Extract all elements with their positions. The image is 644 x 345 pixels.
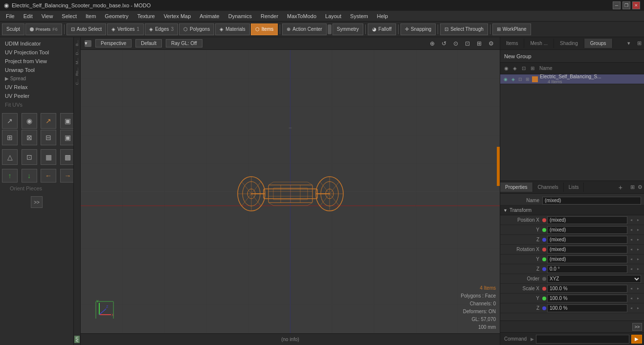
tab-shading[interactable]: Shading: [554, 39, 584, 48]
tool-icon-1[interactable]: ◉: [22, 113, 37, 129]
auto-select-button[interactable]: ⊡ Auto Select: [67, 23, 106, 35]
position-y-arrow-right[interactable]: ▸: [635, 228, 641, 232]
minimize-button[interactable]: ─: [613, 1, 621, 9]
scale-z-input[interactable]: [547, 304, 627, 312]
props-tab-properties[interactable]: Properties: [500, 183, 533, 192]
position-z-arrow-left[interactable]: ◂: [628, 237, 634, 242]
project-from-view-item[interactable]: Project from View: [2, 57, 71, 66]
viewport-icon-expand[interactable]: ⊞: [474, 39, 484, 48]
menu-render[interactable]: Render: [257, 12, 282, 20]
menu-help[interactable]: Help: [373, 12, 392, 20]
rotation-x-arrow-left[interactable]: ◂: [628, 247, 634, 252]
unwrap-tool-item[interactable]: Unwrap Tool: [2, 66, 71, 74]
menu-file[interactable]: File: [2, 12, 19, 20]
props-tab-channels[interactable]: Channels: [533, 183, 564, 192]
viewport-canvas[interactable]: –: [81, 50, 500, 333]
menu-view[interactable]: View: [38, 12, 57, 20]
position-z-arrow-right[interactable]: ▸: [635, 237, 641, 242]
orient-pieces-item[interactable]: Orient Pieces: [0, 184, 80, 192]
polygons-button[interactable]: ⬡ Polygons: [179, 23, 214, 35]
default-button[interactable]: Default: [135, 39, 162, 47]
tab-mesh[interactable]: Mesh ...: [524, 39, 554, 48]
viewport-icon-rotate[interactable]: ⊕: [427, 39, 437, 48]
tab-dropdown[interactable]: ▾: [623, 38, 634, 48]
tab-items[interactable]: Items: [500, 39, 524, 48]
position-x-arrow-right[interactable]: ▸: [635, 218, 641, 222]
tool-icon-10[interactable]: ▦: [41, 149, 56, 165]
rotation-y-input[interactable]: [547, 255, 627, 263]
arrow-left-button[interactable]: ←: [41, 169, 56, 183]
edges-button[interactable]: ◈ Edges 3: [145, 23, 178, 35]
close-button[interactable]: ✕: [632, 1, 640, 9]
right-expand-button[interactable]: ⊞: [634, 39, 644, 48]
items-button[interactable]: ⬡ Items: [251, 23, 278, 35]
props-collapse-button[interactable]: >>: [632, 323, 642, 331]
scale-y-arrow-right[interactable]: ▸: [635, 296, 641, 300]
props-tab-lists[interactable]: Lists: [564, 183, 584, 192]
props-add-button[interactable]: +: [615, 182, 626, 193]
arrow-up-button[interactable]: ↑: [2, 169, 18, 183]
uv-peeler-item[interactable]: UV Peeler: [2, 92, 71, 100]
rotation-y-arrow-left[interactable]: ◂: [628, 257, 634, 261]
scale-x-input[interactable]: [547, 285, 627, 293]
menu-dynamics[interactable]: Dynamics: [224, 12, 256, 20]
position-y-input[interactable]: [547, 226, 627, 234]
rotation-z-arrow-right[interactable]: ▸: [635, 267, 641, 271]
rotation-x-input[interactable]: [547, 246, 627, 253]
action-center-button[interactable]: ⊕ Action Center: [282, 23, 327, 35]
position-x-arrow-left[interactable]: ◂: [628, 218, 634, 222]
scale-x-arrow-left[interactable]: ◂: [628, 286, 634, 291]
snapping-button[interactable]: ✛ Snapping: [400, 23, 436, 35]
rotation-x-arrow-right[interactable]: ▸: [635, 247, 641, 252]
props-expand-button[interactable]: ⊞: [628, 184, 636, 191]
position-x-input[interactable]: [547, 216, 627, 224]
scale-x-arrow-right[interactable]: ▸: [635, 286, 641, 291]
select-through-button[interactable]: ⊡ Select Through: [440, 23, 488, 35]
viewport-icon-more[interactable]: ⚙: [486, 39, 496, 48]
materials-button[interactable]: ◈ Materials: [215, 23, 250, 35]
rotation-z-input[interactable]: [547, 265, 627, 273]
menu-maxtomodo[interactable]: MaxToModo: [283, 12, 320, 20]
command-go-button[interactable]: ▶: [631, 335, 642, 344]
command-input[interactable]: [536, 335, 629, 344]
tool-icon-9[interactable]: ⊡: [22, 149, 37, 165]
tool-icon-2[interactable]: ↗: [41, 113, 56, 129]
tool-icon-5[interactable]: ⊠: [22, 130, 37, 145]
vertices-button[interactable]: ◈ Vertices 1: [107, 23, 144, 35]
viewport-icon-settings[interactable]: ⊡: [463, 39, 472, 48]
sculpt-button[interactable]: Sculpt: [2, 23, 24, 35]
position-z-input[interactable]: [547, 236, 627, 244]
expand-button[interactable]: >>: [31, 196, 43, 208]
arrow-down-button[interactable]: ↓: [22, 169, 37, 183]
group-row-0[interactable]: ◉ ◈ ⊡ ⊞ Electric_Self_Balancing_S... 4 I…: [500, 74, 644, 84]
tab-groups[interactable]: Groups: [584, 39, 613, 48]
perspective-button[interactable]: Perspective: [95, 39, 132, 47]
menu-animate[interactable]: Animate: [196, 12, 223, 20]
name-input[interactable]: [542, 197, 641, 205]
transform-section[interactable]: ▼ Transform: [500, 206, 644, 215]
fit-uvs-item[interactable]: Fit UVs: [2, 100, 71, 109]
uv-indicator[interactable]: UV: [74, 336, 80, 343]
scale-y-arrow-left[interactable]: ◂: [628, 296, 634, 300]
menu-item[interactable]: Item: [82, 12, 100, 20]
scale-z-arrow-right[interactable]: ▸: [635, 306, 641, 310]
falloff-button[interactable]: ◕ Falloff: [368, 23, 396, 35]
tool-icon-8[interactable]: △: [2, 149, 18, 165]
presets-button[interactable]: Presets F6: [25, 23, 62, 35]
uv-relax-item[interactable]: UV Relax: [2, 83, 71, 92]
ray-gl-button[interactable]: Ray GL: Off: [166, 39, 202, 47]
position-y-arrow-left[interactable]: ◂: [628, 228, 634, 232]
menu-select[interactable]: Select: [58, 12, 81, 20]
menu-vertex-map[interactable]: Vertex Map: [160, 12, 195, 20]
props-gear-button[interactable]: ⚙: [636, 184, 644, 191]
spread-item[interactable]: ▶ Spread: [2, 74, 71, 83]
workplane-button[interactable]: ⊞ WorkPlane: [492, 23, 531, 35]
scale-y-input[interactable]: [547, 295, 627, 302]
menu-geometry[interactable]: Geometry: [101, 12, 132, 20]
rotation-z-arrow-left[interactable]: ◂: [628, 267, 634, 271]
rotation-y-arrow-right[interactable]: ▸: [635, 257, 641, 261]
uv-projection-tool-item[interactable]: UV Projection Tool: [2, 48, 71, 57]
restore-button[interactable]: ❐: [622, 1, 630, 9]
udim-indicator-item[interactable]: UDIM Indicator: [2, 39, 71, 48]
tool-icon-0[interactable]: ↗: [2, 113, 18, 129]
